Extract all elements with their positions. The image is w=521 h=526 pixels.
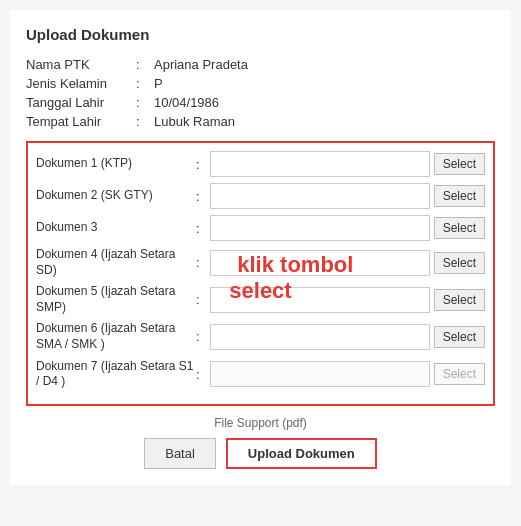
doc-row: Dokumen 7 (Ijazah Setara S1 / D4 ):Selec…	[36, 359, 485, 390]
doc-input-7[interactable]	[210, 361, 430, 387]
doc-row: Dokumen 5 (Ijazah Setara SMP):Select	[36, 284, 485, 315]
doc-colon: :	[196, 189, 210, 204]
info-label: Tanggal Lahir	[26, 95, 136, 110]
info-value: Apriana Pradeta	[154, 57, 248, 72]
doc-input-2[interactable]	[210, 183, 430, 209]
info-value: Lubuk Raman	[154, 114, 235, 129]
info-colon: :	[136, 76, 154, 91]
info-table: Nama PTK : Apriana Pradeta Jenis Kelamin…	[26, 57, 495, 129]
select-button-4[interactable]: Select	[434, 252, 485, 274]
info-value: 10/04/1986	[154, 95, 219, 110]
select-button-2[interactable]: Select	[434, 185, 485, 207]
doc-colon: :	[196, 221, 210, 236]
upload-dokumen-button[interactable]: Upload Dokumen	[226, 438, 377, 469]
doc-label-4: Dokumen 4 (Ijazah Setara SD)	[36, 247, 196, 278]
doc-label-3: Dokumen 3	[36, 220, 196, 236]
doc-input-1[interactable]	[210, 151, 430, 177]
info-row: Tanggal Lahir : 10/04/1986	[26, 95, 495, 110]
doc-row: Dokumen 1 (KTP):Select	[36, 151, 485, 177]
info-label: Jenis Kelamin	[26, 76, 136, 91]
main-container: Upload Dokumen Nama PTK : Apriana Pradet…	[10, 10, 511, 485]
doc-colon: :	[196, 329, 210, 344]
info-row: Jenis Kelamin : P	[26, 76, 495, 91]
info-colon: :	[136, 114, 154, 129]
info-label: Nama PTK	[26, 57, 136, 72]
select-button-7: Select	[434, 363, 485, 385]
doc-input-6[interactable]	[210, 324, 430, 350]
doc-label-1: Dokumen 1 (KTP)	[36, 156, 196, 172]
select-button-1[interactable]: Select	[434, 153, 485, 175]
doc-input-5[interactable]	[210, 287, 430, 313]
doc-input-4[interactable]	[210, 250, 430, 276]
doc-row: Dokumen 3:Select	[36, 215, 485, 241]
info-value: P	[154, 76, 163, 91]
info-colon: :	[136, 57, 154, 72]
select-button-6[interactable]: Select	[434, 326, 485, 348]
doc-input-3[interactable]	[210, 215, 430, 241]
info-row: Nama PTK : Apriana Pradeta	[26, 57, 495, 72]
doc-colon: :	[196, 367, 210, 382]
doc-label-7: Dokumen 7 (Ijazah Setara S1 / D4 )	[36, 359, 196, 390]
upload-section: klik tombol select Dokumen 1 (KTP):Selec…	[26, 141, 495, 406]
batal-button[interactable]: Batal	[144, 438, 216, 469]
select-button-5[interactable]: Select	[434, 289, 485, 311]
doc-colon: :	[196, 255, 210, 270]
info-row: Tempat Lahir : Lubuk Raman	[26, 114, 495, 129]
doc-row: Dokumen 2 (SK GTY):Select	[36, 183, 485, 209]
info-colon: :	[136, 95, 154, 110]
page-title: Upload Dokumen	[26, 26, 495, 43]
select-button-3[interactable]: Select	[434, 217, 485, 239]
doc-label-6: Dokumen 6 (Ijazah Setara SMA / SMK )	[36, 321, 196, 352]
file-support-label: File Support (pdf)	[26, 416, 495, 430]
doc-label-5: Dokumen 5 (Ijazah Setara SMP)	[36, 284, 196, 315]
doc-label-2: Dokumen 2 (SK GTY)	[36, 188, 196, 204]
doc-row: Dokumen 4 (Ijazah Setara SD):Select	[36, 247, 485, 278]
doc-colon: :	[196, 157, 210, 172]
footer-buttons: Batal Upload Dokumen	[26, 438, 495, 469]
info-label: Tempat Lahir	[26, 114, 136, 129]
doc-colon: :	[196, 292, 210, 307]
doc-row: Dokumen 6 (Ijazah Setara SMA / SMK ):Sel…	[36, 321, 485, 352]
